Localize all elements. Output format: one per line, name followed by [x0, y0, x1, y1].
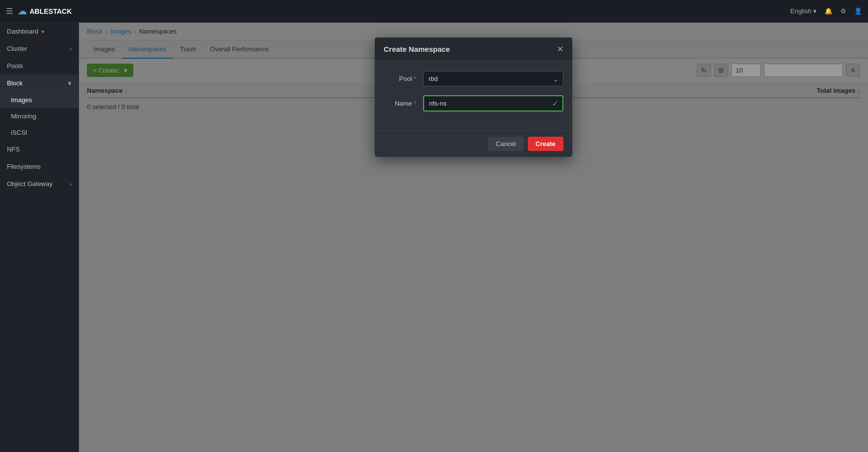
hamburger-icon[interactable]: ☰	[6, 6, 13, 16]
valid-check-icon: ✓	[552, 99, 558, 108]
submit-create-button[interactable]: Create	[528, 137, 563, 151]
name-input-wrapper: ✓	[423, 95, 563, 112]
chevron-right-icon: ›	[70, 46, 72, 52]
sidebar-item-pools[interactable]: Pools	[0, 57, 79, 75]
user-icon[interactable]: 👤	[854, 7, 862, 15]
name-label: Name *	[384, 100, 423, 107]
sidebar: Dashboard ♥ Cluster › Pools Block ∨ Imag…	[0, 23, 79, 452]
sidebar-item-filesystems[interactable]: Filesystems	[0, 158, 79, 175]
sidebar-item-dashboard[interactable]: Dashboard ♥	[0, 23, 79, 40]
sidebar-item-label: Pools	[7, 62, 23, 70]
sidebar-sub-item-label: Images	[11, 96, 32, 104]
name-form-group: Name * ✓	[384, 95, 563, 112]
top-header: ☰ ☁ ABLESTACK English ▾ 🔔 ⚙ 👤	[0, 0, 868, 23]
pool-label: Pool *	[384, 75, 423, 82]
heart-icon: ♥	[41, 29, 45, 35]
cancel-button[interactable]: Cancel	[488, 137, 523, 151]
pool-select[interactable]: rbd	[423, 71, 563, 86]
sidebar-item-nfs[interactable]: NFS	[0, 141, 79, 158]
sidebar-sub-item-label: iSCSI	[11, 129, 27, 136]
logo: ☁ ABLESTACK	[18, 6, 72, 17]
sidebar-sub-item-mirroring[interactable]: Mirroring	[0, 108, 79, 124]
main-content: Block › Images › Namespaces Images Names…	[79, 23, 868, 452]
sidebar-item-block[interactable]: Block ∨	[0, 75, 79, 92]
name-input[interactable]	[429, 100, 557, 107]
modal-footer: Cancel Create	[375, 130, 572, 157]
notification-bell-icon[interactable]: 🔔	[825, 7, 832, 15]
sidebar-item-label: Object Gateway	[7, 180, 53, 188]
chevron-right-icon: ›	[70, 181, 72, 187]
sidebar-sub-item-images[interactable]: Images	[0, 92, 79, 108]
sidebar-item-label: NFS	[7, 146, 20, 153]
modal-close-button[interactable]: ✕	[557, 44, 563, 54]
modal-title: Create Namespace	[384, 45, 450, 53]
sidebar-item-label: Filesystems	[7, 163, 41, 170]
language-selector[interactable]: English ▾	[790, 7, 817, 15]
sidebar-item-object-gateway[interactable]: Object Gateway ›	[0, 175, 79, 192]
modal-body: Pool * rbd Name *	[375, 61, 572, 130]
pool-form-group: Pool * rbd	[384, 71, 563, 86]
modal-header: Create Namespace ✕	[375, 38, 572, 61]
pool-select-wrapper: rbd	[423, 71, 563, 86]
create-namespace-modal: Create Namespace ✕ Pool * rbd	[375, 38, 572, 157]
modal-overlay: Create Namespace ✕ Pool * rbd	[79, 23, 868, 452]
sidebar-item-label: Cluster	[7, 45, 27, 52]
logo-cloud-icon: ☁	[18, 6, 27, 17]
sidebar-sub-item-iscsi[interactable]: iSCSI	[0, 124, 79, 141]
sidebar-item-label: Block	[7, 79, 23, 87]
sidebar-item-label: Dashboard	[7, 28, 39, 35]
sidebar-sub-item-label: Mirroring	[11, 113, 36, 120]
settings-icon[interactable]: ⚙	[840, 7, 846, 15]
chevron-down-icon: ∨	[68, 80, 72, 86]
sidebar-item-cluster[interactable]: Cluster ›	[0, 40, 79, 57]
logo-text: ABLESTACK	[30, 7, 72, 15]
